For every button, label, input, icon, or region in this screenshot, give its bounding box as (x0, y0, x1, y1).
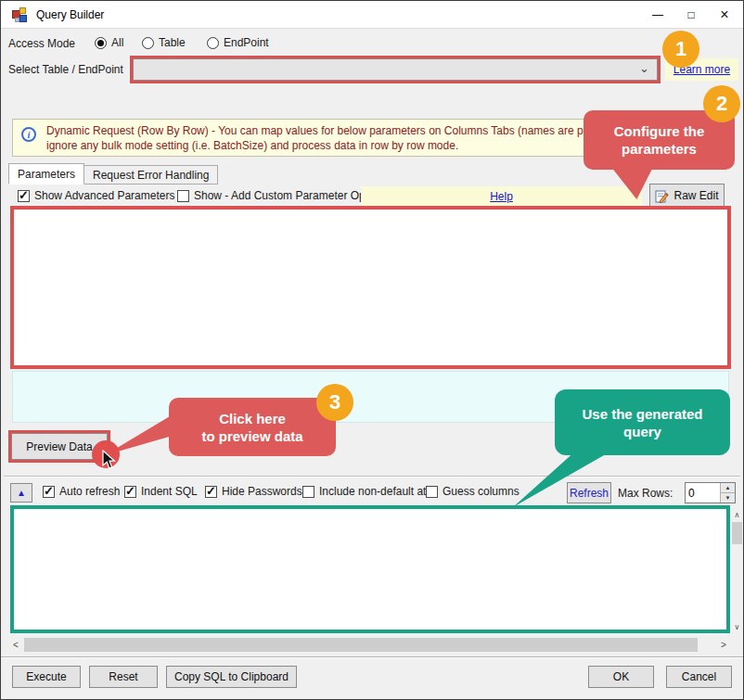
execute-label: Execute (26, 670, 66, 683)
tab-request-error-handling[interactable]: Request Error Handling (83, 165, 218, 185)
raw-edit-button[interactable]: Raw Edit (649, 184, 725, 208)
radio-circle-icon (95, 37, 107, 49)
show-advanced-label: Show Advanced Parameters (34, 189, 174, 202)
tab-strip: Parameters Request Error Handling (8, 163, 218, 185)
access-mode-label: Access Mode (8, 37, 75, 50)
radio-all-label: All (111, 36, 123, 49)
select-table-label: Select Table / EndPoint (8, 63, 123, 76)
radio-endpoint[interactable]: EndPoint (207, 36, 269, 49)
horizontal-scrollbar[interactable]: < > (8, 637, 731, 653)
chevron-down-icon: ⌄ (639, 61, 649, 75)
checkbox-auto-refresh[interactable]: Auto refresh (43, 485, 120, 498)
radio-circle-icon (207, 37, 219, 49)
radio-circle-icon (142, 37, 154, 49)
checkbox-icon (43, 486, 55, 498)
radio-table[interactable]: Table (142, 36, 186, 49)
step1-badge: 1 (662, 31, 699, 68)
parameters-grid-area[interactable] (10, 206, 731, 369)
reset-button[interactable]: Reset (89, 666, 158, 688)
vertical-scroll-thumb[interactable] (732, 522, 742, 544)
step3-callout: Click here to preview data (169, 398, 336, 456)
checkbox-indent-sql[interactable]: Indent SQL (124, 485, 198, 498)
app-icon (12, 7, 27, 22)
maximize-button[interactable]: □ (674, 1, 708, 29)
step2-text-line1: Configure the (584, 122, 735, 140)
table-endpoint-combobox[interactable]: ⌄ (133, 58, 658, 81)
reset-label: Reset (109, 670, 137, 683)
radio-all[interactable]: All (95, 36, 123, 49)
checkbox-icon (302, 486, 314, 498)
step3-text-line2: to preview data (169, 427, 336, 445)
collapse-panel-button[interactable]: ▲ (10, 483, 32, 503)
step2-text-line2: parameters (584, 140, 735, 158)
ok-button[interactable]: OK (588, 666, 654, 688)
raw-edit-label: Raw Edit (673, 189, 718, 202)
max-rows-input[interactable] (686, 483, 720, 503)
max-rows-spinner: ▲ ▼ (685, 482, 736, 503)
refresh-button[interactable]: Refresh (567, 482, 611, 503)
help-link[interactable]: Help (490, 190, 513, 203)
checkbox-icon (177, 190, 189, 202)
include-non-default-label: Include non-default attr (319, 485, 433, 498)
ok-label: OK (613, 670, 629, 683)
radio-endpoint-label: EndPoint (224, 36, 269, 49)
max-rows-label: Max Rows: (618, 487, 673, 500)
show-custom-label: Show - Add Custom Parameter Option (194, 189, 383, 202)
edit-pencil-icon (655, 189, 669, 203)
step2-badge: 2 (703, 85, 740, 122)
hide-passwords-label: Hide Passwords (222, 485, 302, 498)
checkbox-icon (18, 190, 30, 202)
copy-sql-button[interactable]: Copy SQL to Clipboard (166, 666, 297, 688)
query-callout: Use the generated query (555, 389, 730, 455)
info-icon: i (21, 127, 36, 142)
mouse-cursor-icon (101, 450, 116, 470)
checkbox-show-custom-parameter[interactable]: Show - Add Custom Parameter Option (177, 189, 383, 202)
radio-table-label: Table (159, 36, 186, 49)
tab-parameters[interactable]: Parameters (8, 163, 84, 185)
title-bar: Query Builder — □ × (1, 1, 743, 29)
spin-up-button[interactable]: ▲ (721, 483, 735, 492)
up-triangle-icon: ▲ (17, 488, 26, 498)
indent-sql-label: Indent SQL (141, 485, 198, 498)
divider (4, 476, 740, 477)
divider (1, 656, 743, 657)
step1-highlight: ⌄ (130, 56, 661, 83)
step3-text-line1: Click here (169, 410, 336, 427)
cancel-button[interactable]: Cancel (666, 666, 732, 688)
guess-columns-label: Guess columns (443, 485, 520, 498)
query-builder-dialog: Query Builder — □ × Access Mode All Tabl… (0, 0, 744, 700)
checkbox-icon (124, 486, 136, 498)
sql-query-editor[interactable] (10, 505, 730, 633)
checkbox-guess-columns[interactable]: Guess columns (426, 485, 520, 498)
window-title: Query Builder (36, 1, 104, 29)
vertical-scrollbar[interactable]: ∧ ∨ (731, 508, 743, 633)
checkbox-icon (205, 486, 217, 498)
help-panel: Help (361, 186, 642, 207)
auto-refresh-label: Auto refresh (59, 485, 120, 498)
cancel-label: Cancel (682, 670, 716, 683)
refresh-label: Refresh (570, 487, 609, 500)
checkbox-hide-passwords[interactable]: Hide Passwords (205, 485, 302, 498)
execute-button[interactable]: Execute (12, 666, 81, 688)
preview-data-label: Preview Data (26, 440, 92, 453)
checkbox-icon (426, 486, 438, 498)
spin-down-button[interactable]: ▼ (721, 492, 735, 503)
query-text-line1: Use the generated (555, 405, 730, 423)
scroll-left-arrow-icon[interactable]: < (8, 640, 23, 650)
checkbox-show-advanced-parameters[interactable]: Show Advanced Parameters (18, 189, 174, 202)
query-text-line2: query (555, 423, 730, 440)
horizontal-scroll-thumb[interactable] (24, 638, 698, 652)
step3-badge: 3 (316, 384, 353, 421)
checkbox-include-non-default-attr[interactable]: Include non-default attr (302, 485, 433, 498)
minimize-button[interactable]: — (641, 1, 674, 29)
copy-sql-label: Copy SQL to Clipboard (174, 670, 289, 683)
scroll-down-arrow-icon[interactable]: ∨ (731, 620, 743, 633)
scroll-right-arrow-icon[interactable]: > (716, 640, 731, 650)
close-button[interactable]: × (708, 1, 741, 29)
scroll-up-arrow-icon[interactable]: ∧ (731, 508, 743, 521)
